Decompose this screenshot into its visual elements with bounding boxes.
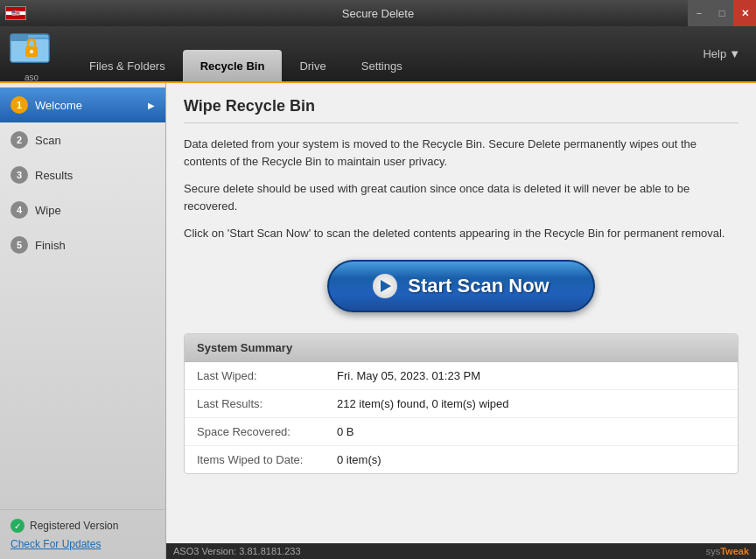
summary-title: System Summary [185, 334, 738, 362]
sidebar: 1 Welcome ▶ 2 Scan 3 Results 4 Wipe 5 Fi… [0, 83, 166, 559]
sidebar-item-scan[interactable]: 2 Scan [0, 122, 165, 157]
svg-point-4 [30, 50, 33, 53]
tab-settings[interactable]: Settings [344, 50, 420, 81]
summary-row-last-wiped: Last Wiped: Fri. May 05, 2023. 01:23 PM [185, 362, 738, 390]
sidebar-item-results[interactable]: 3 Results [0, 157, 165, 192]
tab-bar: Files & Folders Recycle Bin Drive Settin… [72, 26, 696, 81]
items-wiped-value: 0 item(s) [337, 453, 382, 466]
summary-row-items-wiped: Items Wiped to Date: 0 item(s) [185, 446, 738, 473]
check-icon: ✓ [10, 519, 24, 533]
play-icon [373, 274, 397, 298]
window-title: Secure Delete [342, 7, 414, 20]
logo-area: aso [9, 25, 54, 82]
last-wiped-value: Fri. May 05, 2023. 01:23 PM [337, 369, 480, 382]
window-controls: − □ ✕ [688, 0, 756, 26]
help-chevron-icon: ▼ [729, 47, 740, 60]
logo-text: aso [24, 73, 38, 82]
close-button[interactable]: ✕ [733, 0, 756, 26]
space-recovered-label: Space Recovered: [197, 425, 337, 438]
content-inner: Wipe Recycle Bin Data deleted from your … [166, 83, 756, 543]
version-text: ASO3 Version: 3.81.8181.233 [173, 546, 301, 556]
space-recovered-value: 0 B [337, 425, 354, 438]
svg-rect-2 [10, 34, 28, 41]
main-layout: 1 Welcome ▶ 2 Scan 3 Results 4 Wipe 5 Fi… [0, 83, 756, 559]
last-results-label: Last Results: [197, 397, 337, 410]
app-logo [9, 25, 54, 71]
step-5-circle: 5 [10, 236, 28, 254]
sys-text: sys [706, 546, 721, 556]
sidebar-item-welcome-label: Welcome [35, 99, 82, 112]
sidebar-item-welcome[interactable]: 1 Welcome ▶ [0, 87, 165, 122]
flag-icon: 🇺🇸 [5, 6, 26, 20]
last-results-value: 212 item(s) found, 0 item(s) wiped [337, 397, 509, 410]
play-triangle-icon [381, 280, 391, 292]
sidebar-item-finish[interactable]: 5 Finish [0, 227, 165, 262]
sidebar-item-results-label: Results [35, 169, 73, 182]
welcome-arrow-icon: ▶ [148, 101, 155, 110]
sidebar-item-wipe-label: Wipe [35, 204, 61, 217]
desc-text-2: Secure delete should be used with great … [184, 180, 738, 214]
registered-label: Registered Version [30, 520, 118, 532]
sidebar-item-wipe[interactable]: 4 Wipe [0, 192, 165, 227]
version-bar: ASO3 Version: 3.81.8181.233 sysTweak [166, 543, 756, 559]
summary-box: System Summary Last Wiped: Fri. May 05, … [184, 333, 738, 474]
content-area: Wipe Recycle Bin Data deleted from your … [166, 83, 756, 559]
tab-drive[interactable]: Drive [282, 50, 343, 81]
desc-text-1: Data deleted from your system is moved t… [184, 136, 738, 170]
tweak-text: Tweak [720, 546, 749, 556]
header: aso Files & Folders Recycle Bin Drive Se… [0, 26, 756, 83]
title-bar: 🇺🇸 Secure Delete − □ ✕ [0, 0, 756, 26]
step-4-circle: 4 [10, 201, 28, 219]
systweak-logo: sysTweak [706, 546, 749, 556]
start-scan-button[interactable]: Start Scan Now [327, 260, 594, 312]
registered-badge: ✓ Registered Version [10, 519, 155, 533]
summary-row-space: Space Recovered: 0 B [185, 418, 738, 446]
minimize-button[interactable]: − [688, 0, 710, 26]
tab-recycle-bin[interactable]: Recycle Bin [183, 50, 283, 81]
tab-files[interactable]: Files & Folders [72, 50, 183, 81]
maximize-button[interactable]: □ [710, 0, 733, 26]
step-2-circle: 2 [10, 131, 28, 149]
step-1-circle: 1 [10, 96, 28, 114]
sidebar-item-finish-label: Finish [35, 239, 66, 252]
help-label: Help [703, 47, 726, 60]
help-button[interactable]: Help ▼ [696, 44, 747, 64]
last-wiped-label: Last Wiped: [197, 369, 337, 382]
page-title: Wipe Recycle Bin [184, 97, 738, 123]
sidebar-bottom: ✓ Registered Version Check For Updates [0, 509, 165, 559]
sidebar-item-scan-label: Scan [35, 134, 61, 147]
summary-row-last-results: Last Results: 212 item(s) found, 0 item(… [185, 390, 738, 418]
scan-button-wrap: Start Scan Now [184, 260, 738, 312]
check-updates-link[interactable]: Check For Updates [10, 538, 155, 550]
desc-text-3: Click on 'Start Scan Now' to scan the de… [184, 225, 738, 242]
items-wiped-label: Items Wiped to Date: [197, 453, 337, 466]
step-3-circle: 3 [10, 166, 28, 184]
start-scan-label: Start Scan Now [408, 275, 549, 297]
